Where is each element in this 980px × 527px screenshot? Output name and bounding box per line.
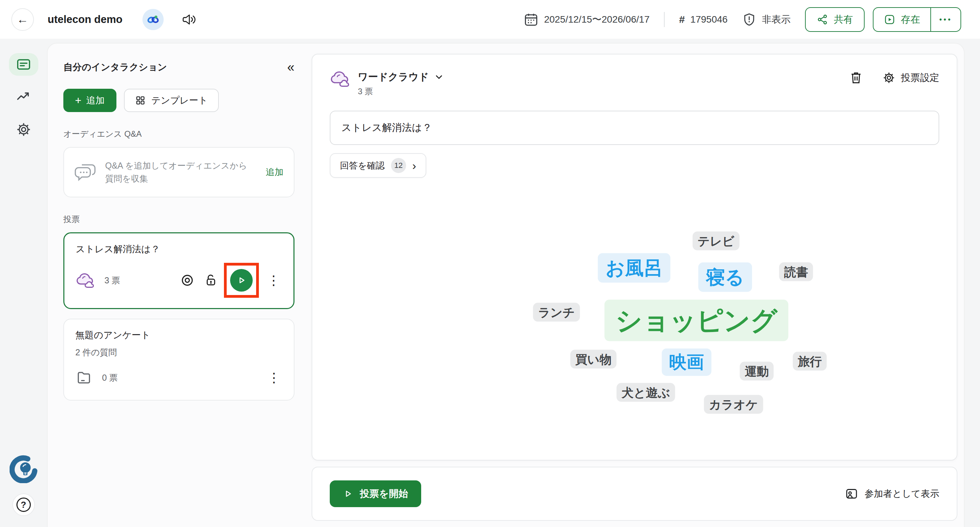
help-button[interactable]: ? <box>12 493 35 516</box>
share-label: 共有 <box>834 13 853 26</box>
folder-icon <box>75 370 92 385</box>
poll-title: ストレス解消法は？ <box>76 243 282 255</box>
chevron-right-icon: › <box>412 160 416 171</box>
add-label: 追加 <box>86 94 105 107</box>
sidebar-title: 自分のインタラクション <box>64 61 167 73</box>
cloud-word: 映画 <box>662 348 711 376</box>
poll-type-selector[interactable]: ワードクラウド <box>358 70 443 84</box>
present-label: 存在 <box>901 13 920 26</box>
cloud-word: カラオケ <box>704 395 763 414</box>
utelecon-logo[interactable] <box>10 455 38 483</box>
rail-item-settings[interactable] <box>16 121 32 137</box>
present-play-icon <box>884 14 896 26</box>
announcement-icon[interactable] <box>181 12 197 27</box>
wordcloud-type-icon <box>330 70 350 87</box>
divider <box>664 12 665 27</box>
present-more-button[interactable]: ••• <box>931 8 961 31</box>
review-answers-button[interactable]: 回答を確認 12 › <box>330 153 426 178</box>
event-code-value: 1795046 <box>690 14 728 25</box>
survey-question-count: 2 件の質問 <box>75 347 283 358</box>
trending-up-icon <box>16 89 32 104</box>
template-label: テンプレート <box>151 94 208 107</box>
answer-count-badge: 12 <box>391 158 406 173</box>
template-button[interactable]: テンプレート <box>124 89 219 112</box>
qa-empty-card[interactable]: Q&A を追加してオーディエンスから質問を収集 追加 <box>64 147 294 197</box>
cloud-word: 犬と遊ぶ <box>616 383 675 402</box>
event-dates: 2025/12/15〜2026/06/17 <box>523 12 649 27</box>
view-as-participant-button[interactable]: 参加者として表示 <box>845 487 939 501</box>
rail-item-interactions[interactable] <box>9 53 38 76</box>
calendar-icon <box>523 12 539 27</box>
play-icon <box>236 275 247 286</box>
poll-settings-label: 投票設定 <box>901 71 939 84</box>
participant-view-icon <box>845 487 858 501</box>
rail-item-analytics[interactable] <box>16 89 32 104</box>
webex-logo <box>142 9 164 30</box>
interactions-icon <box>16 56 32 72</box>
event-title: utelecon demo <box>48 13 123 26</box>
lightbulb-swoosh-icon <box>10 455 38 483</box>
poll-votes: 3 票 <box>105 275 120 286</box>
cloud-word: 買い物 <box>570 350 616 369</box>
cloud-word: テレビ <box>693 232 740 251</box>
polls-section-label: 投票 <box>64 214 294 225</box>
survey-votes: 0 票 <box>102 372 118 383</box>
question-text: ストレス解消法は？ <box>341 122 432 133</box>
add-button[interactable]: + 追加 <box>64 89 116 112</box>
cloud-word: 運動 <box>740 362 773 381</box>
play-icon <box>343 489 353 499</box>
share-button[interactable]: 共有 <box>805 7 865 32</box>
annotation-highlight-box <box>224 263 259 298</box>
cloud-word: ショッピング <box>605 300 788 341</box>
poll-start-play-button[interactable] <box>230 269 253 292</box>
event-code: # 1795046 <box>679 14 728 26</box>
collapse-sidebar-icon[interactable]: « <box>287 61 294 73</box>
hidden-label: 非表示 <box>762 13 791 26</box>
delete-poll-button[interactable] <box>849 70 863 85</box>
wordcloud-type-icon <box>76 272 95 289</box>
share-icon <box>817 14 828 26</box>
shield-alert-icon <box>742 12 756 27</box>
webex-logo-icon <box>146 13 160 26</box>
lock-open-icon[interactable] <box>204 273 218 287</box>
present-button[interactable]: 存在 <box>873 8 930 31</box>
cloud-word: ランチ <box>533 303 580 322</box>
back-arrow-icon: ← <box>17 13 29 26</box>
ellipsis-icon: ••• <box>939 15 952 24</box>
poll-settings-button[interactable]: 投票設定 <box>882 71 939 84</box>
poll-type-label: ワードクラウド <box>358 70 429 84</box>
hidden-status[interactable]: 非表示 <box>742 12 791 27</box>
question-input[interactable]: ストレス解消法は？ <box>330 111 939 145</box>
poll-detail-card: ワードクラウド 3 票 投票 <box>312 54 958 460</box>
present-split-button: 存在 ••• <box>873 7 961 32</box>
poll-menu-icon[interactable]: ⋮ <box>265 274 282 287</box>
question-glyph: ? <box>21 500 26 510</box>
back-button[interactable]: ← <box>11 8 34 31</box>
gear-icon <box>882 71 896 84</box>
hash-icon: # <box>679 14 685 26</box>
top-bar: ← utelecon demo 2025/12/15〜2026/06/17 # … <box>0 0 980 39</box>
left-rail: ? <box>0 39 47 527</box>
question-mark-icon: ? <box>16 498 31 512</box>
trash-icon <box>849 70 863 85</box>
cloud-word: 旅行 <box>793 352 827 371</box>
grid-icon <box>135 95 146 106</box>
cloud-word: お風呂 <box>598 253 670 283</box>
cloud-word: 読書 <box>779 262 813 281</box>
poll-card-survey[interactable]: 無題のアンケート 2 件の質問 0 票 ⋮ <box>64 319 294 401</box>
date-range: 2025/12/15〜2026/06/17 <box>544 13 649 26</box>
visibility-icon[interactable] <box>180 273 194 287</box>
poll-footer-bar: 投票を開始 参加者として表示 <box>312 467 958 521</box>
cloud-word: 寝る <box>698 262 752 292</box>
qa-add-link[interactable]: 追加 <box>266 166 283 178</box>
survey-menu-icon[interactable]: ⋮ <box>266 371 283 384</box>
start-poll-label: 投票を開始 <box>360 487 408 500</box>
content-panel: 自分のインタラクション « + 追加 テンプレート オーディエンス Q&A <box>47 43 964 527</box>
chevron-down-icon <box>435 73 443 81</box>
chat-bubbles-icon <box>74 162 97 183</box>
survey-title: 無題のアンケート <box>75 329 283 341</box>
start-poll-button[interactable]: 投票を開始 <box>330 481 421 507</box>
poll-card-active[interactable]: ストレス解消法は？ 3 票 <box>64 232 294 309</box>
gear-icon <box>16 121 32 137</box>
participant-view-label: 参加者として表示 <box>865 488 939 500</box>
